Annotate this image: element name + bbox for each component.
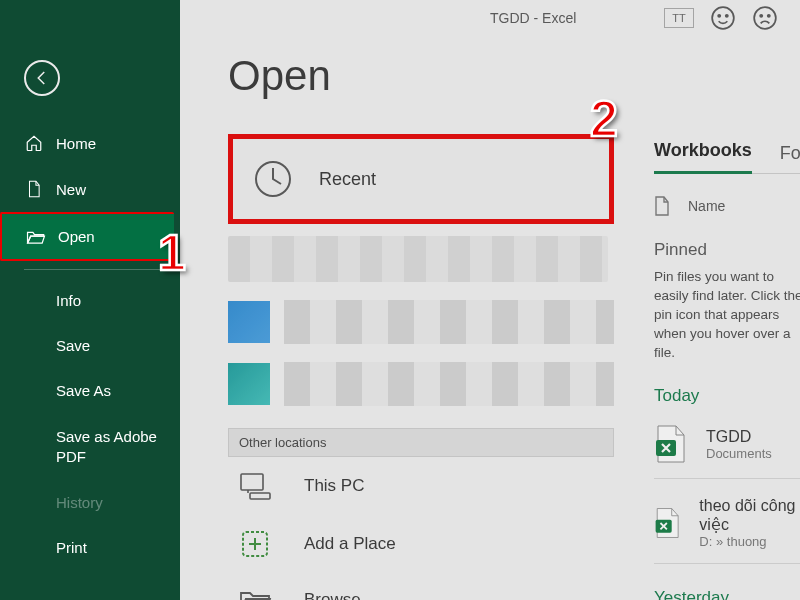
nav-label: New	[56, 181, 86, 198]
redacted-row	[228, 300, 614, 344]
title-bar: TGDD - Excel TT	[360, 0, 800, 36]
annotation-2: 2	[590, 90, 618, 148]
section-today: Today	[654, 386, 800, 406]
redacted-icon	[228, 363, 270, 405]
this-pc-icon	[234, 471, 276, 501]
nav-secondary: Info Save Save As Save as Adobe PDF Hist…	[0, 278, 180, 570]
file-path: D: » thuong	[699, 534, 800, 549]
main-panel: TGDD - Excel TT Open Recent Other locati…	[180, 0, 800, 600]
backstage-sidebar: Home New Open Info Save Save As Save as …	[0, 0, 180, 600]
svg-point-5	[768, 15, 770, 17]
svg-point-0	[712, 7, 734, 29]
svg-point-3	[754, 7, 776, 29]
file-row[interactable]: theo dõi công việc D: » thuong	[654, 497, 800, 549]
back-button[interactable]	[24, 60, 60, 96]
source-label: This PC	[304, 476, 364, 496]
svg-point-1	[718, 15, 720, 17]
arrow-left-icon	[33, 69, 51, 87]
redacted-lines	[284, 362, 614, 406]
nav-label: Open	[58, 228, 95, 245]
column-header-row: Name	[654, 196, 800, 216]
divider	[654, 478, 800, 479]
document-icon	[654, 196, 670, 216]
nav-item-home[interactable]: Home	[0, 120, 180, 166]
source-this-pc[interactable]: This PC	[228, 457, 614, 515]
document-icon	[24, 180, 44, 198]
tabs: Workbooks Folders	[654, 140, 800, 174]
page-title: Open	[228, 52, 800, 100]
nav-item-saveas[interactable]: Save As	[0, 368, 180, 413]
nav-label: Home	[56, 135, 96, 152]
section-yesterday: Yesterday	[654, 588, 800, 600]
home-icon	[24, 134, 44, 152]
redacted-lines	[284, 300, 614, 344]
nav-item-open[interactable]: Open	[0, 212, 174, 261]
recent-files-column: Workbooks Folders Name Pinned Pin files …	[654, 140, 800, 600]
sad-face-icon[interactable]	[752, 5, 778, 31]
divider	[24, 269, 160, 270]
source-label: Recent	[319, 169, 376, 190]
file-path: Documents	[706, 446, 772, 461]
source-label: Browse	[304, 590, 361, 600]
account-badge[interactable]: TT	[664, 8, 694, 28]
nav-primary: Home New Open Info Save Save As Save as …	[0, 120, 180, 570]
open-sources-column: Recent Other locations This PC Add a Pla…	[228, 134, 614, 600]
source-add-place[interactable]: Add a Place	[228, 515, 614, 573]
svg-rect-8	[250, 493, 270, 499]
svg-point-2	[726, 15, 728, 17]
clock-icon	[253, 159, 293, 199]
nav-item-save[interactable]: Save	[0, 323, 180, 368]
other-locations-header: Other locations	[228, 428, 614, 457]
svg-point-4	[760, 15, 762, 17]
helper-text: Pin files you want to easily find later.…	[654, 268, 800, 362]
excel-file-icon	[654, 503, 681, 543]
add-place-icon	[234, 529, 276, 559]
divider	[654, 563, 800, 564]
source-recent[interactable]: Recent	[228, 134, 614, 224]
section-pinned: Pinned	[654, 240, 800, 260]
source-browse[interactable]: Browse	[228, 573, 614, 600]
tab-workbooks[interactable]: Workbooks	[654, 140, 752, 174]
nav-item-history: History	[0, 480, 180, 525]
nav-item-save-adobe-pdf[interactable]: Save as Adobe PDF	[0, 413, 180, 480]
nav-item-new[interactable]: New	[0, 166, 180, 212]
redacted-block	[228, 236, 608, 282]
window-title: TGDD - Excel	[490, 10, 576, 26]
nav-item-info[interactable]: Info	[0, 278, 180, 323]
svg-rect-7	[241, 474, 263, 490]
nav-item-print[interactable]: Print	[0, 525, 180, 570]
smile-face-icon[interactable]	[710, 5, 736, 31]
folder-open-icon	[234, 587, 276, 600]
file-row[interactable]: TGDD Documents	[654, 424, 800, 464]
redacted-icon	[228, 301, 270, 343]
tab-folders[interactable]: Folders	[780, 143, 800, 174]
folder-open-icon	[26, 229, 46, 245]
excel-file-icon	[654, 424, 688, 464]
file-name: TGDD	[706, 428, 772, 446]
source-label: Add a Place	[304, 534, 396, 554]
redacted-row	[228, 362, 614, 406]
annotation-1: 1	[158, 224, 186, 282]
column-name[interactable]: Name	[688, 198, 725, 214]
file-name: theo dõi công việc	[699, 497, 800, 534]
